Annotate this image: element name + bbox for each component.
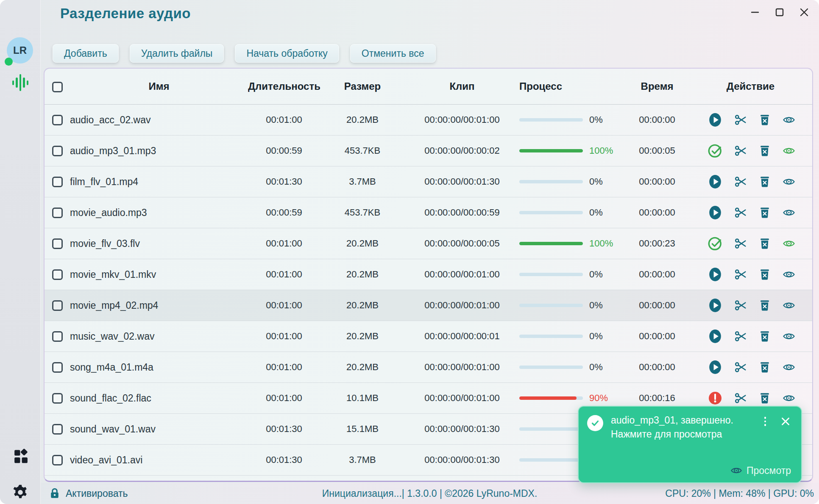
eye-icon[interactable] (783, 392, 795, 404)
scissors-icon[interactable] (734, 237, 747, 250)
scissors-icon[interactable] (734, 114, 747, 126)
row-checkbox[interactable] (52, 331, 63, 342)
table-row[interactable]: movie_flv_03.flv 00:01:00 20.2MB 00:00:0… (45, 228, 812, 259)
clip-value: 00:00:00/00:01:00 (405, 300, 519, 311)
column-header-size[interactable]: Размер (320, 80, 405, 92)
table-row[interactable]: movie_mkv_01.mkv 00:01:00 20.2MB 00:00:0… (45, 259, 812, 290)
play-icon[interactable] (708, 267, 723, 282)
clip-value: 00:00:00/00:00:05 (405, 238, 519, 249)
column-header-clip[interactable]: Клип (405, 80, 519, 92)
row-checkbox[interactable] (52, 208, 63, 218)
row-checkbox[interactable] (52, 177, 63, 187)
row-actions (689, 298, 812, 313)
play-icon[interactable] (708, 360, 723, 375)
row-checkbox[interactable] (52, 362, 63, 373)
size-value: 453.7KB (320, 207, 405, 218)
table-row[interactable]: audio_acc_02.wav 00:01:00 20.2MB 00:00:0… (45, 105, 812, 135)
status-slot (708, 267, 723, 282)
table-row[interactable]: music_wav_02.wav 00:01:00 20.2MB 00:00:0… (45, 321, 812, 352)
scissors-icon[interactable] (734, 144, 747, 157)
toast-view-button[interactable]: Просмотр (730, 465, 791, 476)
table-row[interactable]: song_m4a_01.m4a 00:01:00 20.2MB 00:00:00… (45, 352, 812, 382)
row-checkbox[interactable] (52, 424, 63, 435)
scissors-icon[interactable] (734, 330, 747, 343)
maximize-icon[interactable] (772, 5, 787, 19)
eye-icon[interactable] (783, 237, 795, 250)
eye-icon[interactable] (783, 114, 795, 126)
error-icon[interactable] (708, 390, 723, 406)
minimize-icon[interactable] (748, 5, 762, 19)
kebab-menu-icon[interactable] (760, 416, 771, 427)
column-header-time[interactable]: Время (625, 80, 689, 92)
scissors-icon[interactable] (734, 268, 747, 281)
play-icon[interactable] (708, 112, 723, 127)
eye-icon[interactable] (783, 268, 795, 281)
play-icon[interactable] (708, 298, 723, 313)
row-checkbox[interactable] (52, 393, 63, 404)
trash-icon[interactable] (758, 114, 771, 126)
time-value: 00:00:00 (625, 362, 689, 373)
delete-files-button[interactable]: Удалить файлы (130, 44, 224, 63)
close-icon[interactable] (797, 5, 811, 19)
eye-icon[interactable] (783, 206, 795, 219)
trash-icon[interactable] (758, 392, 771, 404)
trash-icon[interactable] (758, 268, 771, 281)
dashboard-grid-icon[interactable] (13, 449, 29, 465)
progress-cell: 0% (519, 176, 625, 187)
lock-icon (49, 487, 61, 499)
column-header-name[interactable]: Имя (70, 80, 248, 92)
activate-button[interactable]: Активировать (49, 483, 128, 504)
eye-icon[interactable] (783, 144, 795, 157)
trash-icon[interactable] (758, 330, 771, 343)
window-controls (748, 5, 811, 19)
scissors-icon[interactable] (734, 392, 747, 404)
trash-icon[interactable] (758, 175, 771, 188)
progress-percent: 100% (589, 145, 613, 156)
row-checkbox[interactable] (52, 238, 63, 249)
clip-value: 00:00:00/00:01:00 (405, 393, 519, 404)
toast-notification[interactable]: audio_mp3_01, завершено. Нажмите для про… (578, 406, 802, 483)
scissors-icon[interactable] (734, 361, 747, 374)
column-header-duration[interactable]: Длительность (248, 80, 320, 92)
row-checkbox[interactable] (52, 300, 63, 311)
trash-icon[interactable] (758, 237, 771, 250)
scissors-icon[interactable] (734, 175, 747, 188)
check-circle-icon[interactable] (708, 143, 723, 158)
start-processing-button[interactable]: Начать обработку (235, 44, 339, 63)
table-row[interactable]: movie_mp4_02.mp4 00:01:00 20.2MB 00:00:0… (45, 290, 812, 321)
cancel-all-button[interactable]: Отменить все (350, 44, 436, 63)
row-checkbox[interactable] (52, 115, 63, 125)
eye-icon[interactable] (783, 361, 795, 374)
toast-close-icon[interactable] (780, 416, 791, 427)
duration-value: 00:01:00 (248, 238, 320, 249)
trash-icon[interactable] (758, 206, 771, 219)
row-actions (689, 329, 812, 344)
table-row[interactable]: movie_audio.mp3 00:00:59 453.7KB 00:00:0… (45, 197, 812, 228)
row-checkbox[interactable] (52, 455, 63, 465)
progress-cell: 100% (519, 238, 625, 249)
play-icon[interactable] (708, 174, 723, 189)
eye-icon[interactable] (783, 299, 795, 312)
select-all-checkbox[interactable] (52, 82, 63, 92)
trash-icon[interactable] (758, 361, 771, 374)
trash-icon[interactable] (758, 144, 771, 157)
row-checkbox[interactable] (52, 146, 63, 156)
scissors-icon[interactable] (734, 299, 747, 312)
row-checkbox[interactable] (52, 269, 63, 280)
progress-bar (519, 180, 583, 183)
gear-icon[interactable] (12, 484, 29, 501)
eye-icon[interactable] (783, 330, 795, 343)
play-icon[interactable] (708, 205, 723, 220)
eye-icon[interactable] (783, 175, 795, 188)
file-name: sound_wav_01.wav (70, 424, 248, 435)
column-header-progress[interactable]: Процесс (519, 80, 625, 92)
waveform-icon[interactable] (12, 74, 28, 91)
trash-icon[interactable] (758, 299, 771, 312)
play-icon[interactable] (708, 329, 723, 344)
check-circle-icon[interactable] (708, 236, 723, 251)
table-row[interactable]: audio_mp3_01.mp3 00:00:59 453.7KB 00:00:… (45, 135, 812, 166)
scissors-icon[interactable] (734, 206, 747, 219)
progress-cell: 0% (519, 362, 625, 373)
table-row[interactable]: film_flv_01.mp4 00:01:30 3.7MB 00:00:00/… (45, 166, 812, 197)
add-button[interactable]: Добавить (53, 44, 119, 63)
